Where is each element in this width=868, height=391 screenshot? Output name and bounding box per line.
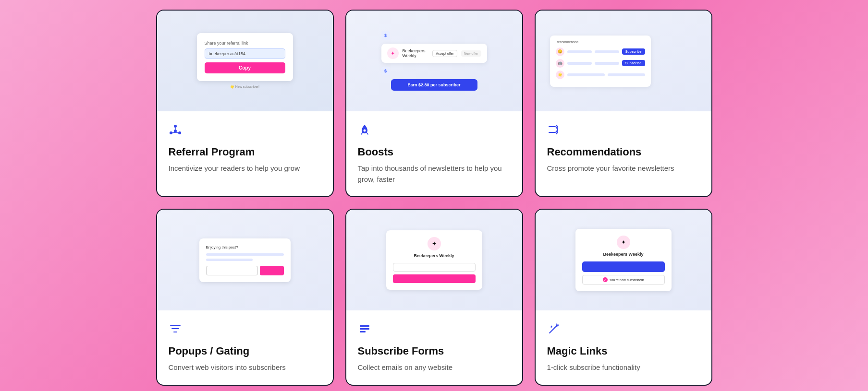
- magic-links-description: 1-click subscribe functionality: [547, 362, 700, 373]
- reco-bar-1b: [595, 50, 619, 53]
- boost-newsletter-name: Beekeepers Weekly: [403, 48, 429, 58]
- recommendations-preview: Recommended 😊 Subscribe 🤖 Subscribe 🌟: [536, 11, 711, 111]
- popup-mockup: Enjoying this post?: [199, 238, 291, 282]
- referral-label: Share your referral link: [205, 41, 285, 46]
- reco-title-label: Recommended: [556, 40, 645, 44]
- referral-input-mock: beekeeper.ac/d154: [205, 48, 285, 59]
- popups-card[interactable]: Enjoying this post? Popups / Gating Conv…: [156, 209, 334, 386]
- referral-copy-button: Copy: [205, 62, 285, 73]
- reco-bar-1: [567, 50, 592, 53]
- reco-mockup: Recommended 😊 Subscribe 🤖 Subscribe 🌟: [550, 36, 651, 87]
- filter-icon: [169, 322, 321, 338]
- reco-avatar-1: 😊: [556, 47, 564, 56]
- magic-success-message: ✓ You're now subscribed!: [582, 275, 665, 284]
- boost-newsletter-icon: ✦: [387, 47, 399, 59]
- reco-item-3: 🌟: [556, 71, 645, 79]
- recommendations-title: Recommendations: [547, 146, 700, 158]
- feature-grid: Share your referral link beekeeper.ac/d1…: [156, 10, 712, 386]
- dollar-icon-2: $: [381, 67, 390, 75]
- shuffle-icon: [547, 123, 700, 139]
- network-icon: [169, 123, 321, 139]
- popups-title: Popups / Gating: [169, 345, 321, 357]
- popup-question: Enjoying this post?: [206, 245, 284, 249]
- magic-success-icon: ✓: [603, 277, 608, 282]
- referral-title: Referral Program: [169, 146, 321, 158]
- boosts-content: Boosts Tap into thousands of newsletters…: [346, 111, 522, 196]
- subscribe-forms-content: Subscribe Forms Collect emails on any we…: [346, 310, 522, 385]
- recommendations-description: Cross promote your favorite newsletters: [547, 163, 700, 174]
- form-icon: [358, 322, 511, 338]
- subscribe-forms-card[interactable]: ✦ Beekeepers Weekly Subscribe Forms Coll…: [345, 209, 523, 386]
- rocket-icon: [358, 123, 511, 139]
- popups-preview: Enjoying this post?: [157, 210, 333, 310]
- reco-bar-2: [567, 62, 592, 65]
- popups-content: Popups / Gating Convert web visitors int…: [157, 310, 333, 385]
- reco-item-1: 😊 Subscribe: [556, 47, 645, 56]
- recommendations-content: Recommendations Cross promote your favor…: [536, 111, 711, 196]
- boosts-preview: $ ✦ Beekeepers Weekly Accept offer New o…: [346, 11, 522, 111]
- magic-links-preview: ✦ Beekeepers Weekly ✓ You're now subscri…: [536, 210, 711, 310]
- magic-links-content: Magic Links 1-click subscribe functional…: [536, 310, 711, 385]
- svg-point-3: [174, 130, 177, 132]
- earn-button: Earn $2.80 per subscriber: [391, 79, 477, 91]
- reco-bar-2b: [595, 62, 619, 65]
- boost-accept-button: Accept offer: [432, 50, 457, 57]
- popup-text-bar-1: [206, 253, 284, 256]
- referral-content: Referral Program Incentivize your reader…: [157, 111, 333, 196]
- svg-point-0: [174, 125, 177, 128]
- magic-subscribe-button: [582, 261, 665, 272]
- svg-rect-10: [360, 331, 366, 332]
- referral-description: Incentivize your readers to help you gro…: [169, 163, 321, 174]
- referral-card[interactable]: Share your referral link beekeeper.ac/d1…: [156, 10, 334, 197]
- reco-avatar-2: 🤖: [556, 59, 564, 68]
- svg-point-7: [363, 130, 366, 132]
- popup-email-input: [206, 266, 258, 275]
- reco-bar-3: [567, 73, 605, 76]
- reco-bar-3b: [608, 73, 645, 76]
- wand-icon: [547, 322, 700, 338]
- subscribe-forms-preview: ✦ Beekeepers Weekly: [346, 210, 522, 310]
- magic-newsletter-icon: ✦: [617, 236, 630, 249]
- boosts-description: Tap into thousands of newsletters to hel…: [358, 163, 511, 185]
- popup-submit-button: [260, 266, 284, 275]
- magic-links-title: Magic Links: [547, 345, 700, 357]
- subform-newsletter-icon: ✦: [428, 237, 441, 250]
- svg-rect-8: [360, 325, 369, 327]
- reco-item-2: 🤖 Subscribe: [556, 59, 645, 68]
- boost-newsletter-card: ✦ Beekeepers Weekly Accept offer New off…: [381, 44, 487, 63]
- referral-mockup: Share your referral link beekeeper.ac/d1…: [197, 33, 293, 81]
- magic-links-card[interactable]: ✦ Beekeepers Weekly ✓ You're now subscri…: [535, 209, 712, 386]
- popups-description: Convert web visitors into subscribers: [169, 362, 321, 373]
- dollar-icon: $: [381, 31, 390, 40]
- magic-newsletter-name: Beekeepers Weekly: [582, 252, 665, 257]
- svg-rect-9: [360, 328, 369, 330]
- boosts-title: Boosts: [358, 146, 511, 158]
- new-subscriber-badge: 🌟 New subscriber!: [197, 85, 293, 89]
- subscribe-forms-description: Collect emails on any website: [358, 362, 511, 373]
- subform-email-input: [393, 263, 476, 272]
- reco-avatar-3: 🌟: [556, 71, 564, 79]
- magic-success-text: You're now subscribed!: [610, 278, 644, 282]
- svg-line-6: [175, 132, 179, 133]
- popup-text-bar-2: [206, 259, 253, 261]
- popup-input-row: [206, 266, 284, 275]
- referral-preview: Share your referral link beekeeper.ac/d1…: [157, 11, 333, 111]
- subform-submit-button: [393, 274, 476, 283]
- reco-subscribe-btn-2: Subscribe: [622, 60, 645, 66]
- recommendations-card[interactable]: Recommended 😊 Subscribe 🤖 Subscribe 🌟: [535, 10, 712, 197]
- boosts-card[interactable]: $ ✦ Beekeepers Weekly Accept offer New o…: [345, 10, 523, 197]
- boost-new-badge: New offer: [461, 50, 481, 57]
- reco-subscribe-btn-1: Subscribe: [622, 48, 645, 55]
- subform-newsletter-name: Beekeepers Weekly: [393, 253, 476, 258]
- magic-mockup: ✦ Beekeepers Weekly ✓ You're now subscri…: [575, 229, 672, 291]
- svg-line-5: [172, 132, 175, 133]
- subscribe-forms-title: Subscribe Forms: [358, 345, 511, 357]
- subscribe-form-mockup: ✦ Beekeepers Weekly: [386, 230, 482, 290]
